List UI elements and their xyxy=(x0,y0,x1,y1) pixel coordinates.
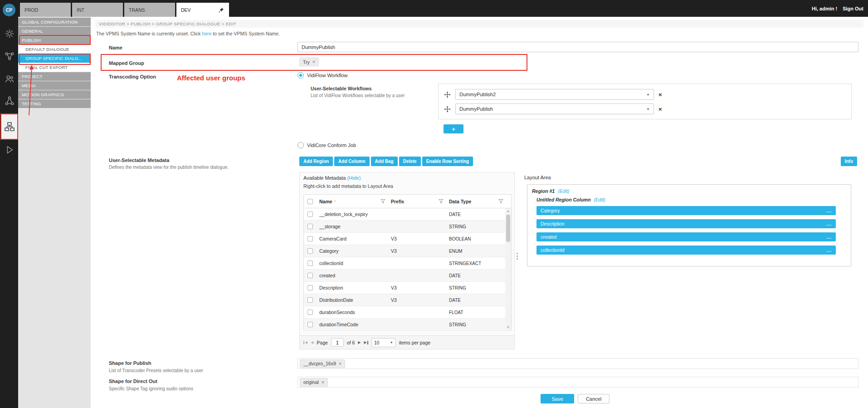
row-checkbox[interactable] xyxy=(307,211,313,217)
select-all-checkbox[interactable] xyxy=(307,199,313,204)
metadata-row[interactable]: collectionId STRINGEXACT xyxy=(304,257,511,270)
row-checkbox[interactable] xyxy=(307,297,313,303)
filter-icon[interactable] xyxy=(380,199,385,204)
layout-item-label: Description xyxy=(541,221,565,226)
sidebar-item-testing[interactable]: TESTING xyxy=(18,99,91,108)
sidebar-item-publish[interactable]: PUBLISH xyxy=(18,36,91,44)
layout-items: Category ... Description ... created ...… xyxy=(536,206,846,255)
region-edit-link[interactable]: (Edit) xyxy=(558,188,569,194)
more-options-icon[interactable]: ... xyxy=(826,234,832,240)
sidebar-item-general[interactable]: GENERAL xyxy=(18,27,91,35)
hierarchy-icon[interactable] xyxy=(4,95,15,106)
configuration-sitemap-icon[interactable] xyxy=(1,114,18,139)
remove-workflow-icon[interactable]: × xyxy=(658,91,662,98)
layout-item-label: created xyxy=(541,234,556,240)
metadata-row[interactable]: DistributionDate V3 DATE xyxy=(304,294,511,306)
filter-icon[interactable] xyxy=(498,199,503,204)
delete-button[interactable]: Delete xyxy=(399,157,421,166)
name-input[interactable] xyxy=(297,42,858,52)
column-header-name[interactable]: Name ↑ xyxy=(317,195,388,208)
vidicore-conform-radio[interactable]: VidiCore Conform Job xyxy=(297,142,356,148)
more-options-icon[interactable]: ... xyxy=(826,247,832,253)
remove-tag-icon[interactable]: × xyxy=(312,59,315,64)
row-checkbox[interactable] xyxy=(307,248,313,254)
first-page-button[interactable]: ◀ xyxy=(303,340,307,344)
row-checkbox[interactable] xyxy=(307,285,313,290)
row-checkbox[interactable] xyxy=(307,322,313,327)
info-button[interactable]: Info xyxy=(841,157,857,166)
metadata-row[interactable]: durationSeconds FLOAT xyxy=(304,306,511,319)
shape-publish-field[interactable]: __dvcpro_16x9 × xyxy=(297,358,858,369)
save-button[interactable]: Save xyxy=(541,394,574,403)
sidebar-item-global-configuration[interactable]: GLOBAL CONFIGURATION xyxy=(18,18,91,26)
add-region-button[interactable]: Add Region xyxy=(299,157,333,166)
column-header-prefix[interactable]: Prefix xyxy=(388,195,446,208)
scroll-up-icon[interactable]: ▲ xyxy=(507,208,510,214)
sidebar-item-motion-graphics[interactable]: MOTION GRAPHICS xyxy=(18,90,91,99)
metadata-row[interactable]: durationTimeCode STRING xyxy=(304,319,511,331)
layout-item[interactable]: collectionId ... xyxy=(536,246,836,255)
metadata-row[interactable]: Description V3 STRING xyxy=(304,282,511,294)
sign-out-link[interactable]: Sign Out xyxy=(843,6,863,11)
filter-icon[interactable] xyxy=(439,199,444,204)
page-size-select[interactable]: 10 ▼ xyxy=(371,338,396,347)
notice-here-link[interactable]: here xyxy=(202,31,211,36)
workflow-select[interactable]: DummyPublish ▼ xyxy=(455,103,654,114)
next-page-button[interactable]: ▶ xyxy=(358,340,361,344)
enable-row-sorting-button[interactable]: Enable Row Sorting xyxy=(422,157,473,166)
tab-dev[interactable]: DEV xyxy=(176,3,229,17)
chevron-down-icon: ▼ xyxy=(643,104,653,114)
shape-direct-field[interactable]: original × xyxy=(297,377,858,388)
tab-trans[interactable]: TRANS xyxy=(124,3,175,17)
add-column-button[interactable]: Add Column xyxy=(334,157,369,166)
more-options-icon[interactable]: ... xyxy=(826,208,832,213)
play-icon[interactable] xyxy=(4,144,15,155)
layout-item[interactable]: created ... xyxy=(536,232,836,241)
sidebar-item-default-dialogue[interactable]: DEFAULT DIALOGUE xyxy=(18,45,91,54)
metadata-row[interactable]: __deletion_lock_expiry DATE xyxy=(304,208,511,221)
prev-page-button[interactable]: ◀ xyxy=(311,340,313,344)
sidebar-item-group-specific-dialogue[interactable]: GROUP SPECIFIC DIALO... xyxy=(18,54,91,63)
row-checkbox[interactable] xyxy=(307,273,313,278)
row-checkbox[interactable] xyxy=(307,310,313,315)
add-workflow-button[interactable]: + xyxy=(444,124,463,133)
remove-tag-icon[interactable]: × xyxy=(339,361,341,366)
layout-item[interactable]: Category ... xyxy=(536,206,836,215)
grid-scrollbar[interactable]: ▲ ▼ xyxy=(505,208,511,330)
metadata-row[interactable]: __storage STRING xyxy=(304,221,511,233)
page-label: Page xyxy=(317,340,328,345)
scroll-down-icon[interactable]: ▼ xyxy=(507,324,510,330)
row-checkbox[interactable] xyxy=(307,236,313,241)
metadata-row[interactable]: CameraCard V3 BOOLEAN xyxy=(304,233,511,245)
row-checkbox[interactable] xyxy=(307,224,313,229)
users-icon[interactable] xyxy=(4,74,15,84)
remove-tag-icon[interactable]: × xyxy=(322,380,324,385)
metadata-row[interactable]: Category V3 ENUM xyxy=(304,245,511,257)
pagination-bar: ◀ ◀ Page of 6 ▶ ▶ 10 ▼ items per page xyxy=(300,335,514,349)
cancel-button[interactable]: Cancel xyxy=(578,394,610,403)
move-icon[interactable] xyxy=(444,106,451,113)
sidebar-item-media[interactable]: MEDIA xyxy=(18,81,91,90)
move-icon[interactable] xyxy=(444,91,451,98)
vidiflow-workflow-radio[interactable]: VidiFlow Workflow xyxy=(297,72,347,79)
workflow-icon[interactable] xyxy=(4,51,15,62)
more-options-icon[interactable]: ... xyxy=(826,221,832,226)
page-input[interactable] xyxy=(331,338,344,347)
row-checkbox[interactable] xyxy=(307,261,313,266)
panel-splitter[interactable] xyxy=(516,253,518,265)
last-page-button[interactable]: ▶ xyxy=(364,340,368,344)
workflow-select[interactable]: DummyPublish2 ▼ xyxy=(455,89,654,100)
column-header-datatype[interactable]: Data Type xyxy=(446,195,506,208)
sidebar-item-project[interactable]: PROJECT xyxy=(18,72,91,81)
tab-int[interactable]: INT xyxy=(72,3,123,17)
add-bag-button[interactable]: Add Bag xyxy=(371,157,398,166)
remove-workflow-icon[interactable]: × xyxy=(658,106,662,113)
tab-prod[interactable]: PROD xyxy=(20,3,71,17)
metadata-row[interactable]: created DATE xyxy=(304,270,511,282)
layout-item[interactable]: Description ... xyxy=(536,219,836,228)
hide-link[interactable]: (Hide) xyxy=(347,175,361,181)
services-icon[interactable] xyxy=(4,28,15,39)
column-edit-link[interactable]: (Edit) xyxy=(594,197,605,202)
sidebar-item-final-cut-export[interactable]: FINAL CUT EXPORT xyxy=(18,63,91,72)
scrollbar-thumb[interactable] xyxy=(506,215,510,242)
